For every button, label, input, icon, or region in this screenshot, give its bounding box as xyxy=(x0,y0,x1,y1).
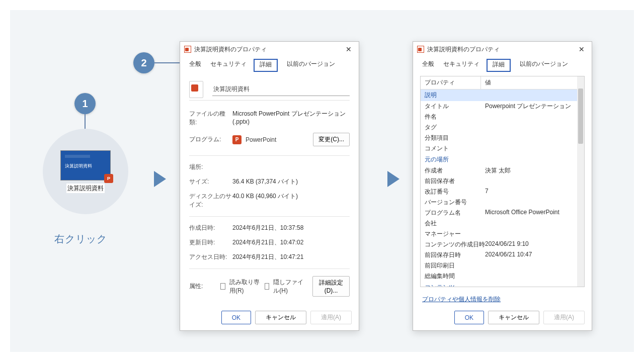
value-size-on-disk: 40.0 KB (40,960 バイト) xyxy=(232,192,350,209)
powerpoint-file-icon xyxy=(184,46,191,53)
tab-security[interactable]: セキュリティ xyxy=(210,60,247,72)
readonly-checkbox[interactable] xyxy=(220,283,225,290)
tab-general[interactable]: 全般 xyxy=(422,60,434,72)
list-item: 件名 xyxy=(421,112,584,122)
file-name-label: 決算説明資料 xyxy=(66,184,105,193)
file-thumbnail[interactable]: 決算説明資料 P 決算説明資料 xyxy=(43,129,128,214)
value-filetype: Microsoft PowerPoint プレゼンテーション (.pptx) xyxy=(232,110,350,127)
list-item: コンテンツの作成日時2024/06/21 9:10 xyxy=(421,239,584,250)
column-header-property[interactable]: プロパティ xyxy=(421,76,481,89)
powerpoint-file-icon xyxy=(417,46,424,53)
label-size: サイズ: xyxy=(189,177,232,186)
list-item: 前回保存者 xyxy=(421,176,584,187)
label-program: プログラム: xyxy=(189,135,232,144)
list-item: 総編集時間 xyxy=(421,271,584,282)
dialog-title: 決算説明資料のプロパティ xyxy=(194,45,267,54)
tab-security[interactable]: セキュリティ xyxy=(443,60,479,72)
list-item: 改訂番号7 xyxy=(421,187,584,197)
tab-previous-versions[interactable]: 以前のバージョン xyxy=(287,60,335,72)
tab-details-highlighted[interactable]: 詳細 xyxy=(254,59,278,72)
remove-properties-link[interactable]: プロパティや個人情報を削除 xyxy=(422,295,501,304)
list-item: バージョン番号 xyxy=(421,197,584,208)
ok-button[interactable]: OK xyxy=(221,311,251,324)
cancel-button[interactable]: キャンセル xyxy=(255,311,306,324)
tab-details-highlighted[interactable]: 詳細 xyxy=(487,59,511,72)
list-item: 会社 xyxy=(421,218,584,229)
group-description: 説明 xyxy=(421,89,584,101)
tab-bar: 全般 セキュリティ 詳細 以前のバージョン xyxy=(180,57,359,72)
readonly-label: 読み取り専用(R) xyxy=(229,278,261,295)
properties-dialog-details: 決算説明資料のプロパティ ✕ 全般 セキュリティ 詳細 以前のバージョン プロパ… xyxy=(413,41,592,331)
dialog-title: 決算説明資料のプロパティ xyxy=(427,45,500,54)
value-accessed: 2024年6月21日、10:47:21 xyxy=(232,253,350,261)
slide-title-text: 決算説明資料 xyxy=(65,163,92,169)
value-program: PowerPoint xyxy=(246,136,313,143)
properties-dialog-general: 決算説明資料のプロパティ ✕ 全般 セキュリティ 詳細 以前のバージョン 決算説… xyxy=(180,41,359,331)
rightclick-caption: 右クリック xyxy=(54,232,107,246)
cancel-button[interactable]: キャンセル xyxy=(488,311,539,324)
list-item: タイトルPowerpoint プレゼンテーション xyxy=(421,101,584,112)
list-item: 前回保存日時2024/06/21 10:47 xyxy=(421,250,584,260)
powerpoint-badge-icon: P xyxy=(104,174,113,183)
hidden-label: 隠しファイル(H) xyxy=(273,278,304,295)
step-badge-1: 1 xyxy=(74,93,96,114)
list-item: コメント xyxy=(421,143,584,154)
powerpoint-file-icon xyxy=(189,81,203,98)
label-modified: 更新日時: xyxy=(189,238,232,247)
label-created: 作成日時: xyxy=(189,224,232,232)
label-size-on-disk: ディスク上のサイズ: xyxy=(189,192,232,209)
list-item: 前回印刷日 xyxy=(421,260,584,271)
value-size: 36.4 KB (37,374 バイト) xyxy=(232,177,350,186)
powerpoint-slide-thumb: 決算説明資料 P xyxy=(60,150,111,180)
list-item: マネージャー xyxy=(421,229,584,239)
details-list[interactable]: プロパティ 値 説明 タイトルPowerpoint プレゼンテーション 件名 タ… xyxy=(420,76,585,287)
advanced-attributes-button[interactable]: 詳細設定(D)... xyxy=(312,276,350,297)
label-filetype: ファイルの種類: xyxy=(189,110,232,127)
filename-field[interactable]: 決算説明資料 xyxy=(212,83,350,96)
list-item: プログラム名Microsoft Office PowerPoint xyxy=(421,208,584,218)
list-item: 作成者決算 太郎 xyxy=(421,165,584,176)
list-item: タグ xyxy=(421,122,584,133)
scrollbar-thumb[interactable] xyxy=(578,88,583,144)
scrollbar[interactable] xyxy=(577,76,584,287)
value-modified: 2024年6月21日、10:47:02 xyxy=(232,238,350,247)
list-item: 分類項目 xyxy=(421,133,584,143)
value-created: 2024年6月21日、10:37:58 xyxy=(232,224,350,232)
step-badge-2: 2 xyxy=(133,52,154,73)
arrow-icon xyxy=(387,171,399,187)
tab-bar: 全般 セキュリティ 詳細 以前のバージョン xyxy=(413,57,592,72)
tab-general[interactable]: 全般 xyxy=(189,60,201,72)
apply-button[interactable]: 適用(A) xyxy=(310,311,352,324)
hidden-checkbox[interactable] xyxy=(265,283,270,290)
label-attributes: 属性: xyxy=(189,282,216,291)
column-header-value[interactable]: 値 xyxy=(481,76,584,89)
group-contents: コンテンツ xyxy=(421,282,584,287)
powerpoint-app-icon: P xyxy=(232,135,242,144)
label-accessed: アクセス日時: xyxy=(189,253,232,261)
apply-button[interactable]: 適用(A) xyxy=(543,311,585,324)
arrow-icon xyxy=(154,171,166,187)
ok-button[interactable]: OK xyxy=(454,311,484,324)
close-button[interactable]: ✕ xyxy=(576,45,588,54)
change-program-button[interactable]: 変更(C)... xyxy=(313,133,350,146)
tab-previous-versions[interactable]: 以前のバージョン xyxy=(520,60,568,72)
label-location: 場所: xyxy=(189,163,232,171)
group-origin: 元の場所 xyxy=(421,154,584,165)
close-button[interactable]: ✕ xyxy=(343,45,355,54)
